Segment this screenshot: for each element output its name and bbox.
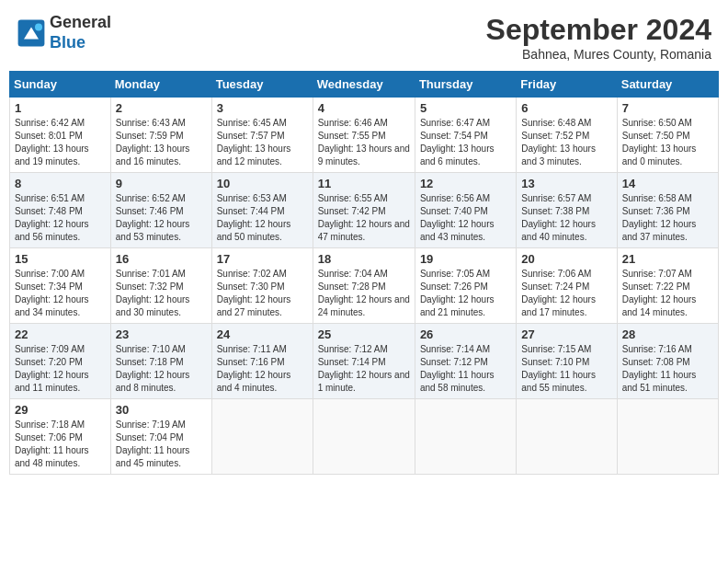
sunrise-label: Sunrise: 7:16 AM xyxy=(622,344,692,354)
calendar-cell xyxy=(313,399,415,475)
sunrise-label: Sunrise: 6:43 AM xyxy=(116,118,186,128)
day-info: Sunrise: 7:16 AM Sunset: 7:08 PM Dayligh… xyxy=(622,343,713,395)
sunset-label: Sunset: 7:28 PM xyxy=(318,282,386,292)
daylight-label: Daylight: 12 hours and 17 minutes. xyxy=(521,294,596,317)
day-number: 16 xyxy=(116,252,207,266)
calendar-cell: 19 Sunrise: 7:05 AM Sunset: 7:26 PM Dayl… xyxy=(415,248,516,324)
daylight-label: Daylight: 13 hours and 0 minutes. xyxy=(622,144,697,167)
sunset-label: Sunset: 7:30 PM xyxy=(217,282,285,292)
daylight-label: Daylight: 12 hours and 43 minutes. xyxy=(420,219,495,242)
calendar-cell: 8 Sunrise: 6:51 AM Sunset: 7:48 PM Dayli… xyxy=(10,173,111,248)
weekday-header-wednesday: Wednesday xyxy=(313,72,415,98)
calendar-cell: 30 Sunrise: 7:19 AM Sunset: 7:04 PM Dayl… xyxy=(110,399,211,475)
calendar-cell xyxy=(211,399,313,475)
daylight-label: Daylight: 12 hours and 1 minute. xyxy=(318,370,410,393)
calendar-cell: 28 Sunrise: 7:16 AM Sunset: 7:08 PM Dayl… xyxy=(617,324,718,399)
day-info: Sunrise: 7:00 AM Sunset: 7:34 PM Dayligh… xyxy=(15,268,106,319)
sunrise-label: Sunrise: 6:50 AM xyxy=(622,118,692,128)
sunset-label: Sunset: 7:20 PM xyxy=(15,357,83,367)
daylight-label: Daylight: 12 hours and 50 minutes. xyxy=(217,219,291,242)
sunset-label: Sunset: 7:40 PM xyxy=(420,206,488,216)
logo-icon xyxy=(17,18,46,48)
sunset-label: Sunset: 7:18 PM xyxy=(116,357,184,367)
day-info: Sunrise: 7:10 AM Sunset: 7:18 PM Dayligh… xyxy=(116,343,207,395)
day-number: 29 xyxy=(15,403,106,417)
calendar-cell: 27 Sunrise: 7:15 AM Sunset: 7:10 PM Dayl… xyxy=(517,324,617,399)
sunset-label: Sunset: 7:44 PM xyxy=(217,206,285,216)
day-info: Sunrise: 6:56 AM Sunset: 7:40 PM Dayligh… xyxy=(420,192,511,244)
sunrise-label: Sunrise: 6:53 AM xyxy=(217,193,287,203)
day-info: Sunrise: 6:57 AM Sunset: 7:38 PM Dayligh… xyxy=(521,192,611,244)
day-number: 5 xyxy=(420,101,511,115)
day-info: Sunrise: 6:52 AM Sunset: 7:46 PM Dayligh… xyxy=(116,192,207,244)
day-info: Sunrise: 7:06 AM Sunset: 7:24 PM Dayligh… xyxy=(521,268,611,319)
day-info: Sunrise: 7:04 AM Sunset: 7:28 PM Dayligh… xyxy=(318,268,410,319)
day-number: 22 xyxy=(15,327,106,341)
weekday-header-tuesday: Tuesday xyxy=(211,72,313,98)
weekday-header-monday: Monday xyxy=(110,72,211,98)
sunrise-label: Sunrise: 7:00 AM xyxy=(15,269,85,279)
sunrise-label: Sunrise: 7:05 AM xyxy=(420,269,490,279)
title-block: September 2024 Bahnea, Mures County, Rom… xyxy=(486,13,711,62)
calendar-week-1: 1 Sunrise: 6:42 AM Sunset: 8:01 PM Dayli… xyxy=(10,98,719,173)
day-info: Sunrise: 7:09 AM Sunset: 7:20 PM Dayligh… xyxy=(15,343,106,395)
day-info: Sunrise: 7:07 AM Sunset: 7:22 PM Dayligh… xyxy=(622,268,713,319)
daylight-label: Daylight: 12 hours and 11 minutes. xyxy=(15,370,89,393)
calendar-cell: 14 Sunrise: 6:58 AM Sunset: 7:36 PM Dayl… xyxy=(617,173,718,248)
daylight-label: Daylight: 13 hours and 19 minutes. xyxy=(15,144,89,167)
daylight-label: Daylight: 12 hours and 4 minutes. xyxy=(217,370,291,393)
calendar-cell: 12 Sunrise: 6:56 AM Sunset: 7:40 PM Dayl… xyxy=(415,173,516,248)
daylight-label: Daylight: 11 hours and 48 minutes. xyxy=(15,445,89,468)
day-number: 13 xyxy=(521,177,611,190)
weekday-header-sunday: Sunday xyxy=(10,72,111,98)
day-number: 12 xyxy=(420,177,511,190)
sunset-label: Sunset: 7:57 PM xyxy=(217,131,285,141)
sunset-label: Sunset: 7:26 PM xyxy=(420,282,488,292)
day-number: 17 xyxy=(217,252,308,266)
calendar-cell: 29 Sunrise: 7:18 AM Sunset: 7:06 PM Dayl… xyxy=(10,399,111,475)
day-info: Sunrise: 6:47 AM Sunset: 7:54 PM Dayligh… xyxy=(420,117,511,168)
day-info: Sunrise: 7:14 AM Sunset: 7:12 PM Dayligh… xyxy=(420,343,511,395)
daylight-label: Daylight: 12 hours and 14 minutes. xyxy=(622,294,697,317)
sunrise-label: Sunrise: 7:09 AM xyxy=(15,344,85,354)
sunset-label: Sunset: 7:22 PM xyxy=(622,282,690,292)
day-number: 18 xyxy=(318,252,410,266)
calendar-cell: 5 Sunrise: 6:47 AM Sunset: 7:54 PM Dayli… xyxy=(415,98,516,173)
location-subtitle: Bahnea, Mures County, Romania xyxy=(486,47,711,62)
day-info: Sunrise: 6:48 AM Sunset: 7:52 PM Dayligh… xyxy=(521,117,611,168)
sunrise-label: Sunrise: 7:01 AM xyxy=(116,269,186,279)
day-number: 28 xyxy=(622,327,713,341)
sunset-label: Sunset: 7:32 PM xyxy=(116,282,184,292)
day-number: 10 xyxy=(217,177,308,190)
calendar-cell: 13 Sunrise: 6:57 AM Sunset: 7:38 PM Dayl… xyxy=(517,173,617,248)
sunset-label: Sunset: 7:16 PM xyxy=(217,357,285,367)
sunset-label: Sunset: 7:12 PM xyxy=(420,357,488,367)
calendar-cell xyxy=(517,399,617,475)
day-number: 26 xyxy=(420,327,511,341)
day-info: Sunrise: 7:12 AM Sunset: 7:14 PM Dayligh… xyxy=(318,343,410,395)
daylight-label: Daylight: 12 hours and 27 minutes. xyxy=(217,294,291,317)
daylight-label: Daylight: 12 hours and 40 minutes. xyxy=(521,219,596,242)
day-info: Sunrise: 6:50 AM Sunset: 7:50 PM Dayligh… xyxy=(622,117,713,168)
sunrise-label: Sunrise: 6:42 AM xyxy=(15,118,85,128)
day-info: Sunrise: 6:51 AM Sunset: 7:48 PM Dayligh… xyxy=(15,192,106,244)
weekday-header-saturday: Saturday xyxy=(617,72,718,98)
day-info: Sunrise: 7:18 AM Sunset: 7:06 PM Dayligh… xyxy=(15,419,106,470)
daylight-label: Daylight: 11 hours and 58 minutes. xyxy=(420,370,495,393)
sunrise-label: Sunrise: 6:56 AM xyxy=(420,193,490,203)
day-info: Sunrise: 7:02 AM Sunset: 7:30 PM Dayligh… xyxy=(217,268,308,319)
sunset-label: Sunset: 7:48 PM xyxy=(15,206,83,216)
calendar-cell: 4 Sunrise: 6:46 AM Sunset: 7:55 PM Dayli… xyxy=(313,98,415,173)
sunrise-label: Sunrise: 6:51 AM xyxy=(15,193,85,203)
calendar-cell: 17 Sunrise: 7:02 AM Sunset: 7:30 PM Dayl… xyxy=(211,248,313,324)
sunrise-label: Sunrise: 6:58 AM xyxy=(622,193,692,203)
logo: General Blue xyxy=(17,13,111,52)
day-info: Sunrise: 7:11 AM Sunset: 7:16 PM Dayligh… xyxy=(217,343,308,395)
calendar-cell: 7 Sunrise: 6:50 AM Sunset: 7:50 PM Dayli… xyxy=(617,98,718,173)
calendar-cell: 3 Sunrise: 6:45 AM Sunset: 7:57 PM Dayli… xyxy=(211,98,313,173)
day-info: Sunrise: 6:46 AM Sunset: 7:55 PM Dayligh… xyxy=(318,117,410,168)
sunset-label: Sunset: 7:54 PM xyxy=(420,131,488,141)
calendar-week-5: 29 Sunrise: 7:18 AM Sunset: 7:06 PM Dayl… xyxy=(10,399,719,475)
daylight-label: Daylight: 13 hours and 16 minutes. xyxy=(116,144,190,167)
day-number: 27 xyxy=(521,327,611,341)
